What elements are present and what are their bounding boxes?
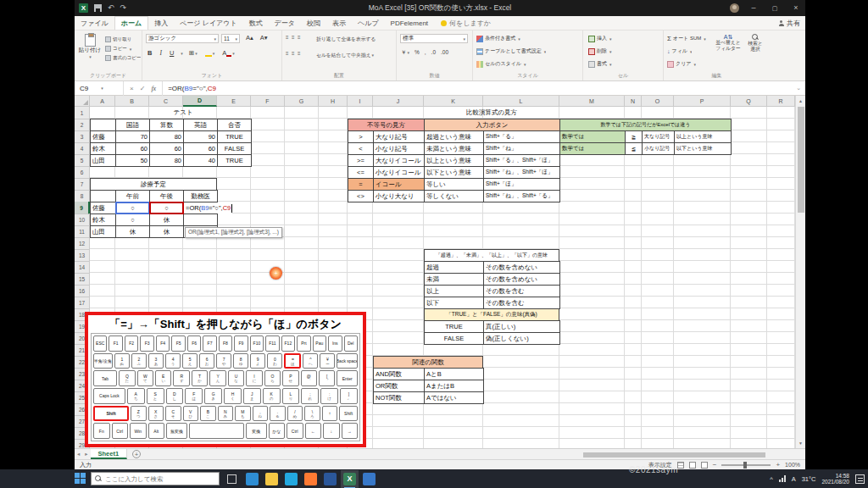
column-header-B[interactable]: B (115, 96, 149, 107)
column-header-G[interactable]: G (285, 96, 319, 107)
autosum-button[interactable]: Σオート SUM▾ (667, 33, 706, 44)
column-header-F[interactable]: F (251, 96, 285, 107)
user-avatar[interactable] (730, 3, 739, 13)
cell[interactable]: 山田 (91, 155, 116, 167)
hikaku-table-title[interactable]: 比較演算式の見方 (424, 107, 559, 119)
cell[interactable]: 40 (184, 155, 218, 167)
cell[interactable]: 英語 (184, 119, 218, 131)
undo-icon[interactable]: ↶ (108, 4, 114, 12)
sort-filter-button[interactable]: A⇅ 並べ替えと フィルター (715, 34, 742, 52)
cell[interactable]: Aではない (425, 392, 484, 404)
column-header-E[interactable]: E (217, 96, 251, 107)
edge-icon[interactable] (246, 473, 259, 485)
tab-review[interactable]: 校閲 (301, 16, 326, 30)
cell[interactable]: その数を含めない (484, 274, 560, 286)
test-table-title[interactable]: テスト (115, 107, 251, 119)
column-header-M[interactable]: M (559, 96, 625, 107)
align-right-icon[interactable]: ≡ (298, 51, 300, 56)
cell[interactable]: 小なり大なり (374, 191, 425, 202)
tell-me-box[interactable]: 何をしますか (434, 16, 498, 30)
cell[interactable]: 以上 (425, 286, 484, 297)
redo-icon[interactable]: ↷ (120, 4, 127, 12)
find-select-button[interactable]: 検索と 選択 (743, 34, 767, 53)
fill-color-button[interactable]: ▾ (203, 49, 217, 57)
cell[interactable]: 午後 (150, 191, 184, 202)
comma-button[interactable]: , (425, 49, 426, 57)
row-header-15[interactable]: 15 (75, 273, 90, 286)
excel-icon[interactable]: X (343, 473, 356, 485)
page-layout-view-icon[interactable] (689, 462, 696, 469)
cell[interactable]: TRUE (425, 321, 484, 333)
cell[interactable]: 小なりイコール (374, 167, 425, 179)
cell[interactable]: 50 (116, 155, 150, 167)
choka-table-title[interactable]: 「超過」、「未満」、「以上」、「以下」の意味 (424, 249, 559, 262)
font-color-button[interactable]: A▾ (220, 49, 236, 57)
minimize-button[interactable]: – (747, 0, 760, 16)
cell[interactable]: AまたはB (425, 380, 484, 392)
number-format-select[interactable]: 標準▾ (400, 34, 468, 43)
cell[interactable]: 勤務医 (184, 191, 218, 202)
cell[interactable]: 鈴木 (91, 214, 116, 226)
sheet-nav-right-icon[interactable]: ▸ (82, 451, 90, 458)
tab-data[interactable]: データ (269, 16, 301, 30)
cell[interactable]: その数を含む (484, 286, 560, 297)
explorer-icon[interactable] (265, 473, 278, 485)
currency-button[interactable]: ￥▾ (401, 49, 409, 57)
decrease-decimal-button[interactable]: .00 (441, 49, 448, 57)
cell[interactable]: 60 (184, 143, 218, 155)
fill-button[interactable]: ↓フィル▾ (667, 46, 692, 57)
row-header-10[interactable]: 10 (75, 214, 90, 226)
bold-button[interactable]: B (146, 49, 153, 57)
tab-page-layout[interactable]: ページ レイアウト (174, 16, 243, 30)
row-header-3[interactable]: 3 (75, 130, 90, 143)
underline-button[interactable]: U (168, 49, 175, 57)
shrink-font-button[interactable]: A▾ (259, 34, 270, 42)
scroll-up-icon[interactable]: ▲ (796, 96, 805, 106)
cell[interactable]: 以上という意味 (425, 155, 484, 167)
horizontal-scrollbar[interactable] (581, 452, 793, 458)
wrap-text-button[interactable]: 折り返して全体を表示する (316, 36, 376, 43)
column-header-L[interactable]: L (483, 96, 559, 107)
cell[interactable]: 鈴木 (91, 143, 116, 155)
tab-home[interactable]: ホーム (114, 16, 148, 30)
cancel-icon[interactable]: × (130, 85, 134, 92)
formula-input[interactable]: =OR(B9="○",C9 (163, 85, 216, 92)
cell[interactable]: <= (348, 167, 374, 179)
cell[interactable]: その数を含む (484, 297, 560, 309)
save-icon[interactable] (94, 4, 102, 12)
cell[interactable]: ≦ (626, 143, 643, 155)
tab-insert[interactable]: 挿入 (148, 16, 174, 30)
cell[interactable]: 山田 (91, 226, 116, 238)
tab-help[interactable]: ヘルプ (352, 16, 385, 30)
editing-cell-d9[interactable]: =OR(B9="○",C9 (184, 202, 232, 214)
cell[interactable]: 未満という意味 (425, 143, 484, 155)
cell[interactable] (91, 191, 116, 202)
select-all-corner[interactable] (75, 96, 90, 107)
column-header-N[interactable]: N (625, 96, 642, 107)
cell[interactable]: 以下 (425, 297, 484, 309)
row-header-5[interactable]: 5 (75, 154, 90, 167)
cell[interactable]: 大なり記号 (643, 131, 675, 143)
cell[interactable]: Shift+「ね」 (484, 143, 560, 155)
cell[interactable]: 休 (150, 226, 184, 238)
kanren-table-title[interactable]: 関連の関数 (373, 356, 483, 369)
action-center-icon[interactable] (855, 474, 865, 484)
italic-button[interactable]: I (158, 49, 164, 57)
cell[interactable]: 休 (150, 214, 184, 226)
cell[interactable]: 超過 (425, 262, 484, 274)
tab-file[interactable]: ファイル (75, 16, 114, 30)
cell[interactable]: 数学では下記の記号だがExcelでは違う (560, 119, 732, 131)
format-cells-button[interactable]: 書式▾ (588, 58, 612, 69)
cell[interactable]: < (348, 143, 374, 155)
share-button[interactable]: 共有 (778, 16, 800, 30)
vertical-scroll-thumb[interactable] (798, 107, 804, 213)
cell[interactable]: 70 (116, 131, 150, 143)
cell[interactable]: ○ (150, 202, 184, 214)
cell[interactable]: 90 (184, 131, 218, 143)
firefox-icon[interactable] (304, 473, 317, 485)
cell[interactable]: ○ (116, 214, 150, 226)
tf-table-title[interactable]: 「TRUE」と「FALSE」の意味(真偽) (424, 308, 559, 321)
close-button[interactable]: × (789, 0, 803, 16)
tray-expand-icon[interactable]: ^ (770, 475, 773, 483)
cell[interactable]: 大なり記号 (374, 131, 425, 143)
